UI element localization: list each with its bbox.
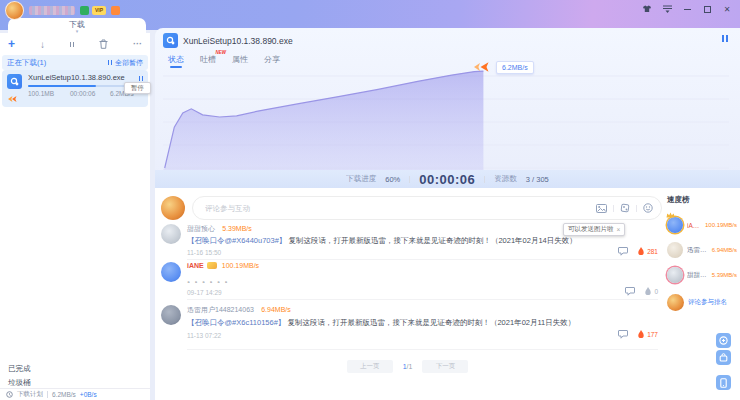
like-button[interactable]: 0	[644, 287, 658, 296]
rank-name: 迅雷用户…	[687, 246, 708, 255]
rank-avatar	[667, 217, 683, 233]
divider	[613, 205, 614, 212]
download-task-item[interactable]: XunLeiSetup10.1.38.890.exe 100.1MB 00:00…	[2, 70, 148, 107]
filter-downloading[interactable]: 正在下载(1)	[7, 58, 46, 68]
rank-name: iANE	[687, 222, 701, 229]
ranking-entry: 迅雷用户… 6.94MB/s	[667, 242, 737, 258]
pause-icon[interactable]	[70, 40, 74, 49]
image-feature-tooltip: 可以发送图片啦 ×	[563, 223, 625, 236]
commenter-speed: 6.94MB/s	[261, 306, 291, 313]
ranking-entry: iANE 100.19MB/s	[667, 217, 737, 233]
resource-value: 3 / 305	[526, 175, 549, 184]
crown-icon	[666, 212, 675, 218]
stats-bar: 下载进度 60% 00:00:06 资源数 3 / 305	[155, 170, 740, 188]
status-bar: 下载计划 6.2MB/s +0B/s	[0, 388, 150, 400]
detail-filename: XunLeiSetup10.1.38.890.exe	[183, 36, 293, 46]
gift-bag-button[interactable]	[716, 350, 731, 365]
tab-status[interactable]: 状态	[168, 54, 184, 68]
sticker-dice-icon[interactable]	[620, 203, 630, 213]
main-panel: XunLeiSetup10.1.38.890.exe 状态 吐槽NEW 属性 分…	[155, 28, 740, 400]
comment-date: 09-17 14:29	[187, 289, 222, 296]
reply-icon[interactable]	[618, 247, 628, 256]
next-page-button[interactable]: 下一页	[422, 360, 468, 373]
commenter-avatar	[161, 224, 181, 244]
exchange-button[interactable]	[716, 333, 731, 348]
comment-date: 11-16 15:50	[187, 249, 221, 256]
rank-avatar	[667, 242, 683, 258]
delete-icon[interactable]	[99, 39, 108, 49]
comment-text: 。。。。。。	[187, 275, 232, 284]
divider	[187, 299, 658, 300]
setup-file-icon	[7, 74, 22, 89]
reply-icon[interactable]	[625, 287, 635, 296]
pause-all-icon	[108, 60, 112, 65]
task-progress-fill	[28, 85, 96, 87]
divider	[636, 205, 637, 212]
sidebar: + ↓ ··· 正在下载(1) 全部暂停 XunLeiSetup10.1.38.…	[0, 33, 150, 400]
like-count: 281	[647, 248, 658, 255]
comment-user-row: 迅雷用户1448214063 6.94MB/s	[187, 305, 291, 315]
mobile-app-button[interactable]	[716, 375, 731, 390]
sidebar-item-completed[interactable]: 已完成	[0, 362, 150, 376]
divider	[409, 176, 410, 183]
skin-icon[interactable]	[642, 4, 652, 14]
commenter-name[interactable]: iANE	[187, 262, 204, 269]
start-download-icon[interactable]: ↓	[40, 39, 45, 50]
rank-speed: 5.39MB/s	[712, 272, 737, 278]
tab-download[interactable]: 下载 ▾	[8, 18, 146, 33]
ranking-join-row: 评论参与排名	[667, 294, 737, 311]
speed-area-fill	[163, 71, 483, 170]
ranking-title: 速度榜	[667, 195, 737, 205]
vip-badge[interactable]: VIP	[92, 6, 106, 15]
tab-properties[interactable]: 属性	[232, 54, 248, 68]
maximize-icon[interactable]	[702, 4, 712, 14]
comment-input[interactable]	[205, 204, 596, 213]
tooltip-close-icon[interactable]: ×	[617, 226, 621, 233]
level-badge-icon	[80, 6, 89, 15]
like-button[interactable]: 281	[637, 247, 658, 256]
tab-comments-label: 吐槽	[200, 55, 216, 64]
xunlei-app-window: VIP ✕ 下载 ▾ + ↓ ··· 正在下载(1)	[0, 0, 740, 400]
resource-label: 资源数	[494, 174, 517, 184]
detail-pause-button[interactable]	[722, 35, 728, 44]
new-badge: NEW	[216, 50, 227, 55]
add-task-icon[interactable]: +	[8, 39, 15, 49]
image-feature-tooltip-text: 可以发送图片啦	[568, 225, 614, 234]
comment-tag: 【召唤口令@#X6440u703#】	[187, 236, 286, 245]
tab-comments[interactable]: 吐槽NEW	[200, 54, 216, 68]
divider	[187, 349, 658, 350]
download-plan-icon[interactable]	[6, 391, 13, 398]
progress-label: 下载进度	[346, 174, 376, 184]
reply-icon[interactable]	[618, 330, 628, 339]
rocket-icon	[473, 61, 490, 73]
emoji-icon[interactable]	[643, 203, 653, 213]
rank-speed: 100.19MB/s	[705, 222, 737, 228]
comment-user-row: iANE 100.19MB/s	[187, 262, 259, 269]
commenter-speed: 5.39MB/s	[222, 225, 252, 232]
close-icon[interactable]: ✕	[722, 4, 732, 14]
user-avatar[interactable]	[5, 1, 24, 20]
prev-page-button[interactable]: 上一页	[347, 360, 393, 373]
global-up-speed: +0B/s	[80, 391, 97, 398]
main-menu-icon[interactable]	[662, 4, 672, 14]
download-plan-label[interactable]: 下载计划	[17, 390, 43, 399]
rank-name: 甜甜预心	[687, 271, 708, 280]
comment-input-avatar	[161, 196, 185, 220]
like-button[interactable]: 177	[637, 330, 658, 339]
join-ranking-link[interactable]: 评论参与排名	[688, 298, 727, 307]
tab-share[interactable]: 分享	[264, 54, 280, 68]
send-image-icon[interactable]	[596, 204, 607, 213]
total-pages: /1	[407, 363, 413, 370]
more-options-icon[interactable]: ···	[133, 39, 142, 49]
comment-tag: 【召唤口令@#X6c110156#】	[187, 318, 285, 327]
comment-text: 复制这段话，打开最新版迅雷，接下来就是见证奇迹的时刻！（2021年02月14日失…	[288, 236, 576, 245]
commenter-avatar	[161, 262, 181, 282]
commenter-name[interactable]: 迅雷用户1448214063	[187, 306, 254, 313]
pause-all-button[interactable]: 全部暂停	[108, 58, 143, 68]
comment-user-row: 甜甜预心 5.39MB/s	[187, 224, 252, 234]
task-size: 100.1MB	[28, 90, 54, 97]
task-eta: 00:00:06	[70, 90, 95, 97]
super-vip-badge-icon[interactable]	[111, 6, 120, 15]
minimize-icon[interactable]	[682, 4, 692, 14]
commenter-name[interactable]: 甜甜预心	[187, 225, 215, 232]
